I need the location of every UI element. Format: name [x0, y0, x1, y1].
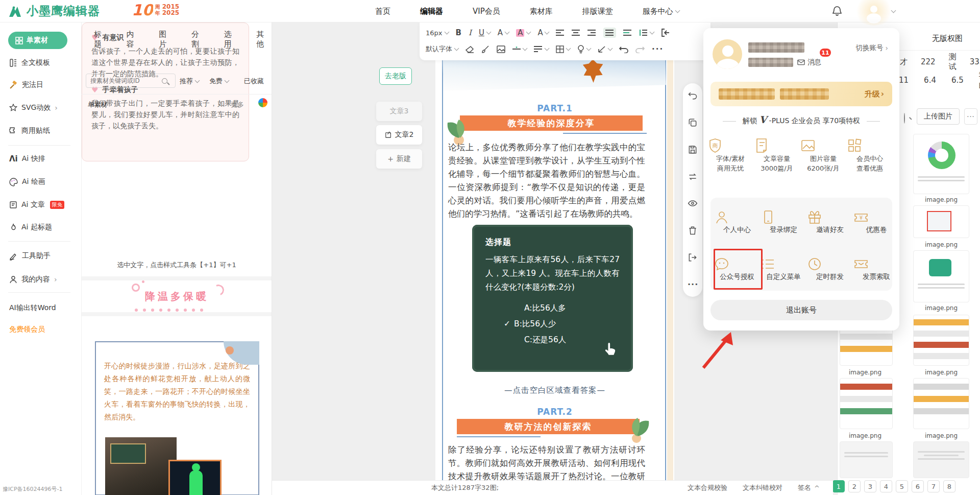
image-thumbnail[interactable] [913, 378, 969, 429]
tab-image[interactable]: 图片 [159, 30, 174, 49]
format-brush-icon[interactable] [481, 45, 489, 53]
layout-icon[interactable] [534, 45, 549, 53]
collapse-toolbar-icon[interactable] [661, 29, 670, 37]
save-icon[interactable] [688, 145, 698, 155]
undo-icon[interactable] [688, 90, 698, 101]
nav-materials[interactable]: 素材库 [530, 7, 553, 16]
page-button-7[interactable]: 7 [927, 480, 940, 492]
undo-icon[interactable] [619, 45, 628, 53]
sidebar-item-ai-painting[interactable]: Ai 绘画 [9, 177, 45, 186]
sidebar-link-free-vip[interactable]: 免费领会员 [9, 325, 45, 334]
sidebar-item-full-template[interactable]: 全文模板 [9, 58, 50, 67]
image-thumbnail[interactable] [913, 315, 969, 366]
chip[interactable]: 6.5 [951, 76, 964, 85]
sidebar-item-ai-layout[interactable]: Λi Ai 快排 [9, 154, 45, 163]
go-old-version-button[interactable]: 去老版 [379, 67, 412, 85]
sidebar-item-stickers[interactable]: 商用贴纸 [9, 126, 50, 135]
sidebar-item-tools[interactable]: 工具助手 [9, 251, 51, 261]
switch-account-link[interactable]: 切换账号 › [856, 43, 888, 53]
upgrade-link[interactable]: 升级 › [865, 89, 884, 99]
image-search-icon[interactable] [904, 113, 905, 124]
eraser-icon[interactable] [465, 45, 474, 53]
tab-content[interactable]: 内容 [127, 30, 142, 49]
italic-button[interactable]: I [469, 29, 472, 37]
tab-title[interactable]: 标题 [94, 30, 109, 49]
material-card-divider[interactable]: 降温多保暖 [82, 276, 272, 316]
menu-item-coupons[interactable]: ¥ 优惠卷 [853, 209, 900, 234]
align-center-button[interactable] [572, 29, 580, 36]
upgrade-banner[interactable]: 升级 › [710, 82, 892, 106]
filter-recommend[interactable]: 推荐 [180, 77, 199, 86]
image-thumbnail[interactable] [913, 134, 969, 194]
image-thumbnail[interactable] [840, 441, 893, 478]
highlight-lamp-icon[interactable] [577, 45, 591, 54]
indent-button[interactable] [623, 29, 632, 36]
sidebar-item-constitution-day[interactable]: 宪法日 [9, 80, 43, 89]
image-thumbnail[interactable] [913, 250, 969, 302]
sidebar-item-my-content[interactable]: 我的内容 › [9, 275, 57, 284]
chip[interactable]: 333 [970, 57, 980, 66]
tab-divider[interactable]: 分割 [191, 30, 207, 49]
preview-eye-icon[interactable] [688, 198, 698, 208]
menu-item-scheduled-send[interactable]: 定时群发 [806, 256, 853, 281]
doc-tab-article3[interactable]: 文章3 [376, 102, 422, 121]
underline-button[interactable]: U [479, 29, 491, 37]
page-button-4[interactable]: 4 [880, 480, 892, 492]
copy-icon[interactable] [688, 117, 698, 128]
insert-image-icon[interactable] [497, 45, 505, 53]
align-right-button[interactable] [587, 29, 596, 36]
messages-link[interactable]: 消息 [797, 58, 821, 67]
sidebar-item-single-material[interactable]: 单素材 [8, 32, 67, 49]
export-icon[interactable] [688, 252, 698, 263]
page-button-5[interactable]: 5 [896, 480, 908, 492]
article-page[interactable]: PART.1 教学经验的深度分享 论坛上，多位优秀教师分享了他们在教学实践中的宝… [435, 60, 674, 480]
chip[interactable]: 测试 [949, 52, 957, 72]
nav-editor[interactable]: 编辑器 [420, 7, 443, 16]
redo-icon[interactable] [635, 45, 645, 53]
nav-vip[interactable]: VIP会员 [473, 7, 500, 16]
sidebar-item-ai-article[interactable]: Ai 文章 限免 [9, 200, 64, 209]
logout-button[interactable]: 退出账号 [710, 300, 892, 320]
tab-other[interactable]: 其他 [256, 30, 272, 49]
divider-line-icon[interactable] [512, 46, 527, 52]
nav-home[interactable]: 首页 [375, 7, 390, 16]
more-options-icon[interactable]: ··· [964, 108, 977, 125]
menu-item-invite-friends[interactable]: 邀请好友 [806, 209, 853, 234]
line-height-button[interactable] [639, 29, 654, 36]
angle-tool-icon[interactable] [598, 45, 612, 53]
tab-no-copyright-images[interactable]: 无版权图 [919, 34, 975, 43]
chip[interactable]: 才 [900, 57, 908, 67]
filter-free[interactable]: 免费 [209, 77, 229, 86]
proofread-link[interactable]: 文本纠错校对 [743, 483, 782, 492]
material-search-input[interactable] [89, 77, 160, 85]
menu-item-custom-menu[interactable]: 自定义菜单 [760, 256, 807, 281]
sidebar-item-svg-effects[interactable]: SVG动效 › [9, 103, 58, 112]
notification-bell-icon[interactable] [831, 5, 843, 17]
material-card-article[interactable]: 开心的时候徒步漫游，行山涉水，足迹所到之处各种各样的鲜花竞相开放，献上动人的微笑… [95, 341, 259, 495]
page-button-3[interactable]: 3 [864, 480, 876, 492]
transfer-icon[interactable] [688, 172, 698, 182]
page-button-6[interactable]: 6 [912, 480, 924, 492]
bold-button[interactable]: B [456, 29, 461, 37]
sidebar-item-ai-title[interactable]: Ai 起标题 [9, 223, 52, 232]
tab-selected[interactable]: 选用 [224, 30, 239, 49]
delete-trash-icon[interactable] [688, 225, 698, 235]
page-button-8[interactable]: 8 [943, 480, 955, 492]
palette-toggle-icon[interactable] [258, 98, 267, 107]
doc-tab-new[interactable]: + 新建 [376, 149, 422, 169]
more-icon[interactable]: ··· [688, 279, 698, 290]
image-thumbnail[interactable] [913, 441, 969, 478]
quiz-chalkboard[interactable]: 选择题 一辆客车上原来有56人，后来下车27人，又上来19 人。现在车上的人数有… [472, 225, 633, 372]
upload-image-button[interactable]: 上传图片 [917, 108, 960, 125]
nav-course[interactable]: 排版课堂 [582, 7, 613, 16]
doc-tab-article2[interactable]: 文章2 [376, 125, 422, 145]
nav-service[interactable]: 服务中心 [643, 7, 679, 16]
more-link[interactable]: 更多 [231, 100, 244, 109]
image-thumbnail[interactable] [840, 378, 893, 429]
material-search-box[interactable] [86, 74, 176, 88]
align-justify-button[interactable] [603, 28, 616, 38]
menu-item-invoice-request[interactable]: 发票索取 [853, 256, 900, 281]
menu-item-login-binding[interactable]: 登录绑定 [760, 209, 807, 234]
menu-item-personal-center[interactable]: 个人中心 [714, 209, 761, 234]
table-icon[interactable] [556, 45, 570, 53]
